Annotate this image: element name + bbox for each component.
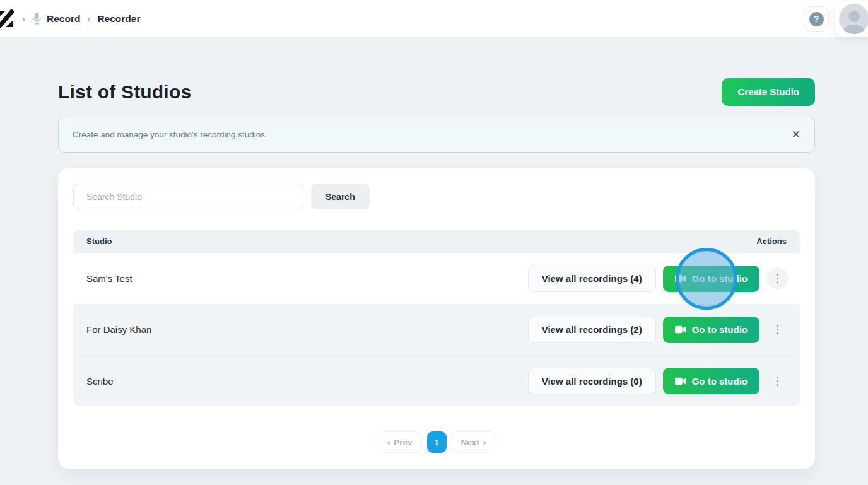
next-label: Next: [461, 438, 479, 447]
topbar: › Record › Recorder ?: [0, 0, 868, 38]
go-to-studio-button[interactable]: Go to studio: [663, 317, 760, 343]
banner-text: Create and manage your studio's recordin…: [73, 130, 267, 139]
page-1-button[interactable]: 1: [427, 431, 447, 453]
view-recordings-button[interactable]: View all recordings (0): [528, 368, 656, 394]
video-camera-icon: [675, 274, 686, 283]
title-row: List of Studios Create Studio: [58, 78, 815, 106]
column-header-studio: Studio: [86, 237, 112, 246]
search-button[interactable]: Search: [311, 184, 370, 209]
video-camera-icon: [675, 325, 686, 334]
create-studio-button[interactable]: Create Studio: [722, 78, 815, 106]
table-row: Sam's Test View all recordings (4) Go to…: [73, 253, 800, 304]
go-to-studio-label: Go to studio: [692, 324, 748, 335]
close-icon: ✕: [792, 129, 801, 141]
column-header-actions: Actions: [756, 237, 787, 246]
chevron-right-icon: ›: [22, 13, 25, 24]
kebab-menu-button[interactable]: [766, 267, 789, 289]
studio-name: Sam's Test: [86, 273, 132, 284]
row-actions: View all recordings (4) Go to studio: [528, 266, 789, 292]
kebab-menu-button[interactable]: [766, 370, 789, 392]
squadcast-logo-icon[interactable]: [0, 9, 14, 28]
info-banner: Create and manage your studio's recordin…: [58, 117, 815, 153]
view-recordings-button[interactable]: View all recordings (4): [528, 266, 656, 292]
help-button[interactable]: ?: [804, 6, 829, 32]
go-to-studio-label: Go to studio: [692, 273, 748, 284]
microphone-icon: [32, 12, 42, 25]
banner-close-button[interactable]: ✕: [792, 129, 801, 140]
studio-name: Scribe: [86, 376, 114, 387]
kebab-menu-button[interactable]: [766, 318, 789, 341]
person-silhouette-icon: [839, 6, 868, 34]
breadcrumb-item-recorder[interactable]: Recorder: [97, 13, 140, 25]
page-title: List of Studios: [58, 81, 191, 103]
user-menu-button[interactable]: [835, 1, 868, 37]
go-to-studio-button[interactable]: Go to studio: [663, 266, 760, 292]
go-to-studio-button[interactable]: Go to studio: [663, 368, 760, 394]
table-header: Studio Actions: [73, 230, 800, 253]
search-input[interactable]: [73, 184, 303, 209]
chevron-right-icon: ›: [87, 13, 90, 24]
breadcrumb-item-record[interactable]: Record: [32, 12, 80, 25]
question-mark-icon: ?: [809, 12, 824, 26]
chevron-left-icon: ‹: [387, 438, 390, 447]
studio-name: For Daisy Khan: [86, 324, 151, 335]
table-row: Scribe View all recordings (0) Go to stu…: [73, 355, 800, 406]
video-camera-icon: [675, 377, 686, 385]
breadcrumb: › Record › Recorder: [22, 12, 140, 25]
table-row: For Daisy Khan View all recordings (2) G…: [73, 304, 800, 355]
topbar-right: ?: [804, 0, 868, 38]
chevron-right-icon: ›: [483, 438, 486, 447]
breadcrumb-recorder-label: Recorder: [97, 13, 140, 25]
view-recordings-button[interactable]: View all recordings (2): [528, 317, 656, 343]
search-row: Search: [73, 184, 800, 209]
next-page-button[interactable]: Next ›: [452, 431, 496, 453]
main-content: List of Studios Create Studio Create and…: [58, 78, 815, 469]
prev-page-button[interactable]: ‹ Prev: [378, 431, 422, 453]
logo-glyph: [0, 9, 14, 28]
row-actions: View all recordings (0) Go to studio: [528, 368, 789, 394]
studios-card: Search Studio Actions Sam's Test View al…: [58, 168, 815, 469]
go-to-studio-label: Go to studio: [692, 376, 748, 387]
prev-label: Prev: [394, 438, 412, 447]
breadcrumb-record-label: Record: [47, 13, 80, 25]
studios-table: Studio Actions Sam's Test View all recor…: [73, 230, 800, 406]
avatar: [839, 4, 868, 34]
row-actions: View all recordings (2) Go to studio: [528, 317, 789, 343]
pagination: ‹ Prev 1 Next ›: [73, 431, 800, 453]
